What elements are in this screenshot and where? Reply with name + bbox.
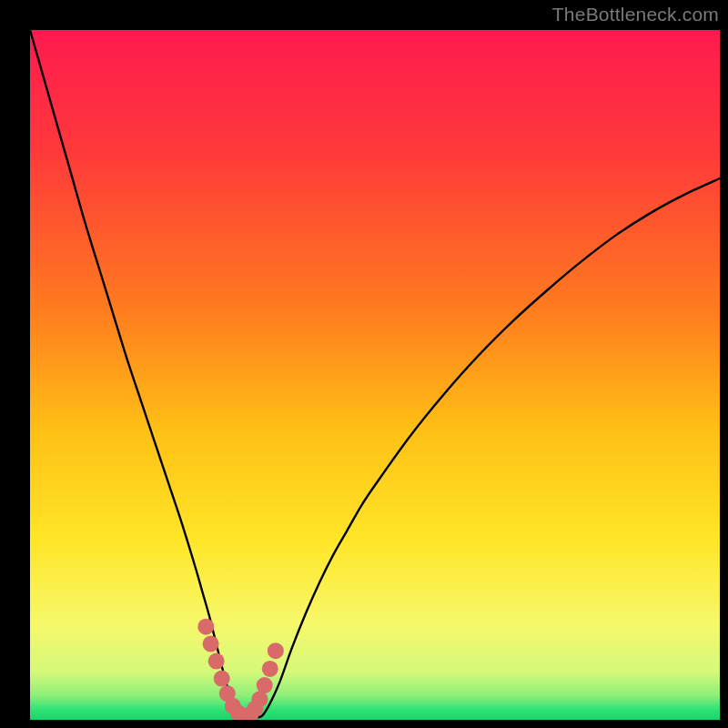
watermark-text: TheBottleneck.com [552, 4, 719, 25]
marker-dot [208, 653, 225, 670]
plot-area [30, 30, 720, 720]
chart-frame: TheBottleneck.com [0, 0, 728, 728]
marker-dot [197, 619, 214, 635]
marker-dot [214, 671, 230, 687]
gradient-background [30, 30, 720, 720]
bottleneck-chart [30, 30, 720, 720]
marker-dot [203, 636, 219, 652]
marker-dot [268, 642, 284, 659]
marker-dot [257, 677, 273, 693]
marker-dot [262, 661, 278, 677]
